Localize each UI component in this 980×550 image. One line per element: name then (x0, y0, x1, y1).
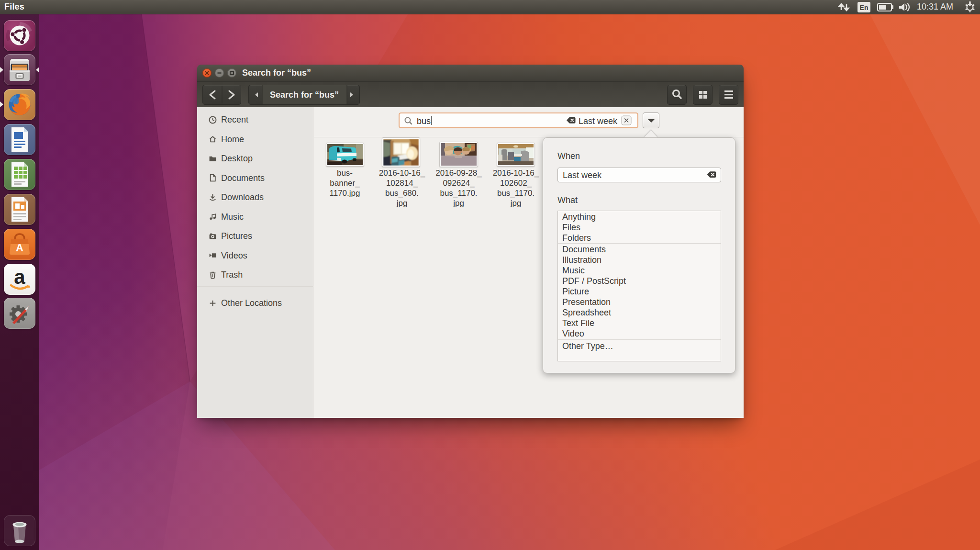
svg-text:bus: bus (417, 116, 431, 126)
svg-text:Last week: Last week (579, 116, 618, 126)
svg-text:A: A (16, 242, 23, 254)
svg-text:En: En (860, 4, 869, 11)
svg-text:a: a (14, 266, 25, 288)
svg-text:Last week: Last week (563, 170, 602, 180)
svg-text:Search for “bus”: Search for “bus” (270, 90, 339, 100)
